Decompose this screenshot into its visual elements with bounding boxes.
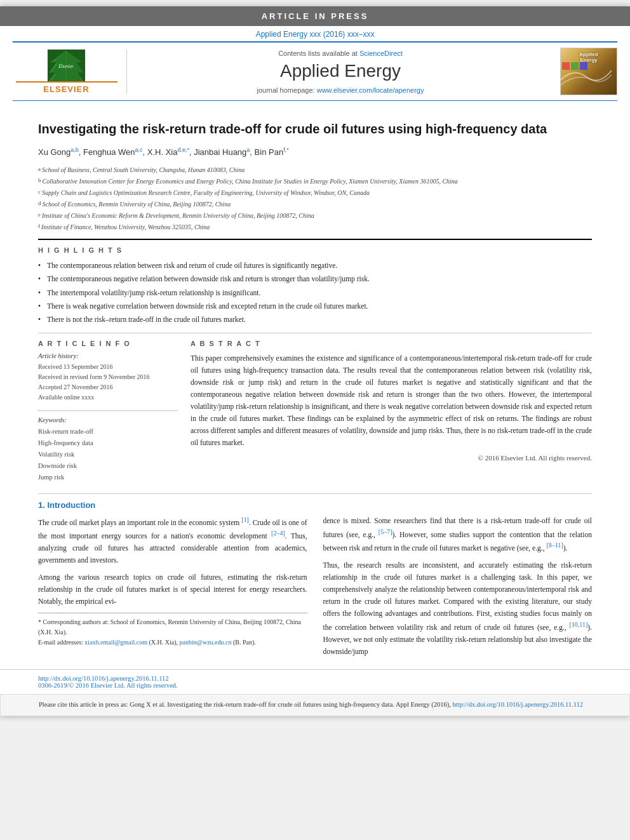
footnote-area: * Corresponding authors at: School of Ec… xyxy=(38,613,307,648)
elsevier-tree-icon: Elsevier xyxy=(46,50,87,81)
keyword-1: Risk-return trade-off xyxy=(38,426,178,437)
citation-notice: Please cite this article in press as: Go… xyxy=(0,694,630,716)
email1-author: (X.H. Xia), xyxy=(149,639,178,646)
highlights-list: The contemporaneous relation between ris… xyxy=(38,259,592,326)
journal-header: Elsevier ELSEVIER Contents lists availab… xyxy=(13,41,617,101)
abstract-label: A B S T R A C T xyxy=(191,340,592,347)
keyword-4: Downside risk xyxy=(38,460,178,472)
article-in-press-banner: ARTICLE IN PRESS xyxy=(0,6,630,26)
section-title-text: Introduction xyxy=(47,500,95,510)
affil-c: c Supply Chain and Logistics Optimizatio… xyxy=(38,187,592,198)
applied-energy-logo-area: AppliedEnergy xyxy=(554,48,617,95)
abstract-text: This paper comprehensively examines the … xyxy=(191,352,592,449)
introduction-section: 1. Introduction The crude oil market pla… xyxy=(38,493,592,663)
contents-prefix: Contents lists available at xyxy=(278,50,358,57)
author-xu-gong: Xu Gong xyxy=(38,147,70,157)
abstract-copyright: © 2016 Elsevier Ltd. All rights reserved… xyxy=(191,454,592,462)
article-title: Investigating the risk-return trade-off … xyxy=(38,120,592,138)
available-date: Available online xxxx xyxy=(38,392,178,403)
intro-left: The crude oil market plays an important … xyxy=(38,515,307,663)
keywords-section: Keywords: Risk-return trade-off High-fre… xyxy=(38,417,178,483)
doi-link[interactable]: http://dx.doi.org/10.1016/j.apenergy.201… xyxy=(38,675,169,682)
info-abstract-columns: A R T I C L E I N F O Article history: R… xyxy=(38,340,592,483)
footnote-star-text: * Corresponding authors at: School of Ec… xyxy=(38,618,301,636)
author-jianbai-huang: Jianbai Huang xyxy=(194,147,246,157)
svg-rect-6 xyxy=(562,62,570,70)
keywords-label: Keywords: xyxy=(38,417,178,423)
sciencedirect-link[interactable]: ScienceDirect xyxy=(359,50,403,57)
homepage-link[interactable]: www.elsevier.com/locate/apenergy xyxy=(317,86,424,94)
elsevier-logo-area: Elsevier ELSEVIER xyxy=(13,50,127,94)
journal-title-area: Contents lists available at ScienceDirec… xyxy=(127,50,554,94)
email1-link[interactable]: xiaxh.email@gmail.com xyxy=(84,639,147,646)
citation-prefix: Please cite this article in press as: Go… xyxy=(39,701,451,708)
revised-date: Received in revised form 9 November 2016 xyxy=(38,372,178,382)
affil-a: a School of Business, Central South Univ… xyxy=(38,164,592,175)
article-history: Article history: Received 13 September 2… xyxy=(38,352,178,403)
journal-ref-text: Applied Energy xxx (2016) xxx–xxx xyxy=(256,30,375,39)
intro-section-title: 1. Introduction xyxy=(38,500,592,510)
page-container: ARTICLE IN PRESS Applied Energy xxx (201… xyxy=(0,6,630,716)
author-bin-pan: Bin Pan xyxy=(255,147,284,157)
footnote-email: E-mail addresses: xiaxh.email@gmail.com … xyxy=(38,637,307,648)
keyword-2: High-frequency data xyxy=(38,437,178,449)
received-date: Received 13 September 2016 xyxy=(38,362,178,372)
accepted-date: Accepted 27 November 2016 xyxy=(38,382,178,392)
email2-link[interactable]: panbin@wzu.edu.cn xyxy=(180,639,232,646)
divider-after-highlights xyxy=(38,333,592,333)
abstract-column: A B S T R A C T This paper comprehensive… xyxy=(191,340,592,483)
email2-author: (B. Pan). xyxy=(233,639,256,646)
section-number: 1. xyxy=(38,500,47,510)
intro-columns: The crude oil market plays an important … xyxy=(38,515,592,663)
doi-footer: http://dx.doi.org/10.1016/j.apenergy.201… xyxy=(0,669,630,694)
authors-line: Xu Gonga,b, Fenghua Wena,c, X.H. Xiad,e,… xyxy=(38,145,592,159)
highlight-item-5: There is not the risk–return trade-off i… xyxy=(38,313,592,326)
left-col-divider xyxy=(38,410,178,411)
affiliations: a School of Business, Central South Univ… xyxy=(38,164,592,232)
author-xh-xia: X.H. Xia xyxy=(147,147,178,157)
journal-ref-line: Applied Energy xxx (2016) xxx–xxx xyxy=(0,26,630,41)
applied-energy-logo: AppliedEnergy xyxy=(560,48,617,95)
main-content: Investigating the risk-return trade-off … xyxy=(0,101,630,669)
email-label: E-mail addresses: xyxy=(38,639,83,646)
affil-b: b Collaborative Innovation Center for En… xyxy=(38,176,592,187)
divider-after-affiliations xyxy=(38,239,592,240)
history-label: Article history: xyxy=(38,352,178,359)
journal-title: Applied Energy xyxy=(140,61,541,81)
highlight-item-3: The intertemporal volatility/jump risk-r… xyxy=(38,286,592,300)
keyword-3: Volatility risk xyxy=(38,449,178,460)
affil-d: d School of Economics, Renmin University… xyxy=(38,199,592,210)
keyword-5: Jump risk xyxy=(38,472,178,483)
affil-e: e Institute of China's Economic Reform &… xyxy=(38,210,592,221)
contents-line: Contents lists available at ScienceDirec… xyxy=(140,50,541,57)
highlight-item-1: The contemporaneous relation between ris… xyxy=(38,259,592,272)
homepage-prefix: journal homepage: xyxy=(257,86,315,94)
highlight-item-4: There is weak negative correlation betwe… xyxy=(38,300,592,313)
intro-right: dence is mixed. Some researchers find th… xyxy=(323,515,593,663)
logo-decoration xyxy=(561,61,612,90)
article-info-label: A R T I C L E I N F O xyxy=(38,340,178,347)
affil-f: f Institute of Finance, Wenzhou Universi… xyxy=(38,222,592,232)
author-fenghua-wen: Fenghua Wen xyxy=(83,147,135,157)
homepage-line: journal homepage: www.elsevier.com/locat… xyxy=(140,86,541,94)
issn-text: 0306-2619/© 2016 Elsevier Ltd. All right… xyxy=(38,682,178,689)
intro-para-1: The crude oil market plays an important … xyxy=(38,515,307,608)
article-info-column: A R T I C L E I N F O Article history: R… xyxy=(38,340,178,483)
banner-text: ARTICLE IN PRESS xyxy=(262,11,369,21)
highlights-header: H I G H L I G H T S xyxy=(38,246,592,254)
elsevier-logo: Elsevier ELSEVIER xyxy=(16,50,117,94)
footnote-corresponding: * Corresponding authors at: School of Ec… xyxy=(38,617,307,637)
applied-energy-logo-text: AppliedEnergy xyxy=(579,51,598,63)
svg-text:Elsevier: Elsevier xyxy=(58,64,74,69)
highlight-item-2: The contemporaneous negative relation be… xyxy=(38,272,592,286)
highlights-section: H I G H L I G H T S The contemporaneous … xyxy=(38,246,592,326)
svg-rect-7 xyxy=(571,62,579,70)
elsevier-label: ELSEVIER xyxy=(16,81,117,94)
intro-para-right: dence is mixed. Some researchers find th… xyxy=(323,515,593,658)
svg-rect-8 xyxy=(580,62,587,70)
citation-doi-link[interactable]: http://dx.doi.org/10.1016/j.apenergy.201… xyxy=(453,701,584,708)
